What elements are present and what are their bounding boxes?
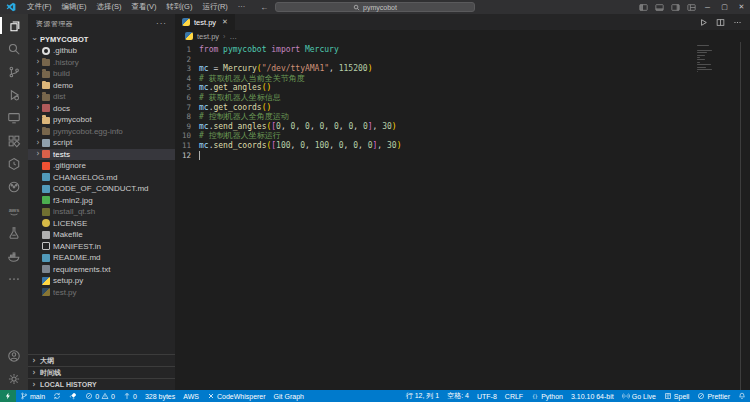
code-line-5[interactable]: 5mc.get_angles() [175,83,750,93]
explorer-icon[interactable] [0,14,28,37]
tree-file-LICENSE[interactable]: LICENSE [28,218,175,230]
tree-file-test.py[interactable]: test.py [28,287,175,299]
sidebar-section-大纲[interactable]: ›大纲 [28,354,175,366]
tree-folder-pymycobot.egg-info[interactable]: ›pymycobot.egg-info [28,126,175,138]
git-graph[interactable]: Git Graph [270,390,308,402]
code-line-3[interactable]: 3mc = Mercury("/dev/ttyAMA1", 115200) [175,64,750,74]
remote-indicator[interactable] [0,390,16,402]
git-branch[interactable]: main [16,390,49,402]
code-line-6[interactable]: 6# 获取机器人坐标信息 [175,93,750,103]
minimize-button[interactable]: ─ [699,0,716,14]
tree-folder-tests[interactable]: ›tests [28,149,175,161]
forwarded-ports[interactable]: 0 [119,390,141,402]
aws-status[interactable]: AWS [179,390,203,402]
code-line-12[interactable]: 12 [175,151,750,161]
tree-folder-pymycobot[interactable]: ›pymycobot [28,114,175,126]
notifications[interactable] [734,390,750,402]
settings-icon[interactable] [0,367,28,390]
run-debug-icon[interactable] [0,83,28,106]
code-text: mc.send_angles([0, 0, 0, 0, 0, 0, 0], 30… [199,122,397,132]
tree-folder-demo[interactable]: ›demo [28,80,175,92]
sidebar-section-时间线[interactable]: ›时间线 [28,366,175,378]
tree-file-CHANGELOG.md[interactable]: CHANGELOG.md [28,172,175,184]
tree-file-MANIFEST.in[interactable]: MANIFEST.in [28,241,175,253]
indentation[interactable]: 空格: 4 [443,390,473,402]
python-interpreter[interactable]: 3.10.10 64-bit [567,390,618,402]
breadcrumb[interactable]: test.py › … [175,30,750,42]
tree-folder-docs[interactable]: ›docs [28,103,175,115]
go-live[interactable]: Go Live [618,390,660,402]
menu-item[interactable]: ··· [233,0,251,14]
language-mode[interactable]: {}Python [527,390,567,402]
tree-folder-script[interactable]: ›script [28,137,175,149]
sidebar-section-LOCAL HISTORY[interactable]: ›LOCAL HISTORY [28,378,175,390]
code-line-8[interactable]: 8# 控制机器人全角度运动 [175,112,750,122]
search-icon[interactable] [0,37,28,60]
toggle-sidebar-icon[interactable] [635,0,651,14]
code-line-9[interactable]: 9mc.send_angles([0, 0, 0, 0, 0, 0, 0], 3… [175,122,750,132]
code-line-1[interactable]: 1from pymycobot import Mercury [175,45,750,55]
tree-file-setup.py[interactable]: setup.py [28,275,175,287]
spell-checker[interactable]: Spell [660,390,694,402]
command-center-search[interactable]: pymycobot [275,2,475,12]
editor-scrollbar[interactable] [740,42,741,390]
close-tab-icon[interactable]: ✕ [222,18,228,26]
code-line-11[interactable]: 11mc.send_coords([100, 0, 100, 0, 0, 0],… [175,141,750,151]
toggle-panel-icon[interactable] [651,0,667,14]
tree-file-requirements.txt[interactable]: requirements.txt [28,264,175,276]
file-size[interactable]: 328 bytes [141,390,179,402]
remote-explorer-icon[interactable] [0,106,28,129]
minimap[interactable] [697,45,714,74]
sync-changes[interactable] [49,390,65,402]
tree-file-install_qt.sh[interactable]: install_qt.sh [28,206,175,218]
tree-file-CODE_OF_CONDUCT.md[interactable]: CODE_OF_CONDUCT.md [28,183,175,195]
tree-file-f3-min2.jpg[interactable]: f3-min2.jpg [28,195,175,207]
code-line-4[interactable]: 4# 获取机器人当前全关节角度 [175,74,750,84]
codewhisperer-status[interactable]: CodeWhisperer [203,390,270,402]
customize-layout-icon[interactable] [683,0,699,14]
tree-root-pymycobot[interactable]: › PYMYCOBOT [28,33,175,45]
encoding[interactable]: UTF-8 [473,390,501,402]
tree-folder-dist[interactable]: ›dist [28,91,175,103]
eol-sequence[interactable]: CRLF [501,390,527,402]
tab-test-py[interactable]: test.py ✕ [175,14,236,30]
toggle-secondary-sidebar-icon[interactable] [667,0,683,14]
problems[interactable]: 00 [81,390,119,402]
tree-folder-build[interactable]: ›build [28,68,175,80]
menu-item[interactable]: 选择(S) [92,0,127,14]
more-views-icon[interactable] [0,267,28,290]
maximize-button[interactable]: ▢ [716,0,733,14]
close-button[interactable]: ✕ [733,0,750,14]
test-explorer-icon[interactable] [0,221,28,244]
tree-folder-.history[interactable]: ›.history [28,57,175,69]
back-button[interactable]: ← [260,3,268,12]
code-line-10[interactable]: 10# 控制机器人坐标运行 [175,131,750,141]
code-editor[interactable]: 1from pymycobot import Mercury23mc = Mer… [175,42,750,390]
prettier-status[interactable]: Prettier [693,390,734,402]
tree-folder-.github[interactable]: ›.github [28,45,175,57]
accounts-icon[interactable] [0,344,28,367]
kubernetes-icon[interactable] [0,175,28,198]
run-extension[interactable] [65,390,81,402]
code-line-7[interactable]: 7mc.get_coords() [175,103,750,113]
cursor-position[interactable]: 行 12, 列 1 [402,390,443,402]
run-file-button[interactable] [699,18,708,27]
resource-monitor-icon[interactable] [0,152,28,175]
tree-item-label: f3-min2.jpg [53,196,93,205]
sidebar-more-actions[interactable]: ··· [156,19,167,28]
extensions-icon[interactable] [0,129,28,152]
tree-file-README.md[interactable]: README.md [28,252,175,264]
menu-item[interactable]: 查看(V) [127,0,162,14]
menu-item[interactable]: 编辑(E) [57,0,92,14]
aws-toolkit-icon[interactable]: aws [0,198,28,221]
split-editor-button[interactable] [716,18,725,27]
menu-item[interactable]: 转到(G) [162,0,198,14]
menu-item[interactable]: 文件(F) [22,0,57,14]
more-actions-button[interactable] [733,18,742,27]
tree-file-.gitignore[interactable]: .gitignore [28,160,175,172]
source-control-icon[interactable] [0,60,28,83]
code-line-2[interactable]: 2 [175,55,750,65]
tree-file-Makefile[interactable]: Makefile [28,229,175,241]
menu-item[interactable]: 运行(R) [197,0,232,14]
docker-icon[interactable] [0,244,28,267]
